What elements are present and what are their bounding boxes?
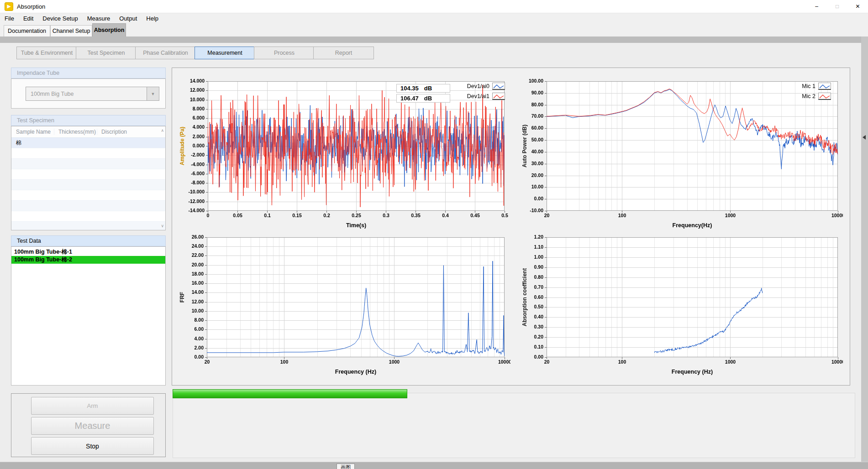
level-indicator-ai1: 106.47 dB <box>396 94 450 103</box>
tab-absorption[interactable]: Absorption <box>92 23 126 36</box>
zigzag-line-icon <box>820 85 830 88</box>
table-row[interactable] <box>11 190 165 201</box>
app-icon: ▶ <box>5 2 13 11</box>
time-waveform-chart <box>175 76 510 234</box>
legend-swatch-mic2[interactable] <box>818 93 831 100</box>
chevron-down-icon[interactable]: ▼ <box>147 87 159 100</box>
test-specimen-header: Test Specimen <box>11 115 166 126</box>
list-item-selected[interactable]: 100mm Big Tube-棉-2 <box>11 256 165 264</box>
table-row[interactable]: 棉 <box>11 138 165 148</box>
legend-label-dev1ai1: Dev1/ai1 <box>457 93 489 99</box>
panel-collapse-icon[interactable] <box>863 135 866 140</box>
absorption-app-window: { "window": { "title": "Absorption", "co… <box>0 0 868 469</box>
col-discription: Discription <box>97 129 165 135</box>
table-row[interactable] <box>11 159 165 169</box>
table-row[interactable] <box>11 211 165 222</box>
subtab-measurement[interactable]: Measurement <box>195 47 255 59</box>
frf-chart <box>175 232 510 378</box>
test-data-list: 100mm Big Tube-棉-1 100mm Big Tube-棉-2 <box>11 246 166 386</box>
zigzag-line-icon <box>494 85 504 88</box>
legend-swatch-dev1ai0[interactable] <box>492 83 505 90</box>
menu-measure[interactable]: Measure <box>83 15 115 22</box>
arm-button[interactable]: Arm <box>31 397 154 415</box>
stop-button[interactable]: Stop <box>31 437 154 455</box>
legend-swatch-dev1ai1[interactable] <box>492 93 505 100</box>
level-unit: dB <box>424 85 432 92</box>
subtab-report[interactable]: Report <box>313 47 374 59</box>
menu-file[interactable]: File <box>0 15 19 22</box>
minimize-button[interactable]: – <box>806 0 827 13</box>
col-sample-name: Sample Name <box>11 129 54 135</box>
table-row[interactable] <box>11 201 165 211</box>
status-panel <box>173 393 855 458</box>
close-button[interactable]: ✕ <box>847 0 868 13</box>
level-indicator-ai0: 104.35 dB <box>396 84 450 93</box>
test-data-header: Test Data <box>11 235 166 246</box>
subtab-phase-calibration[interactable]: Phase Calibration <box>135 47 196 59</box>
level-value: 106.47 <box>400 95 419 102</box>
legend-swatch-mic1[interactable] <box>818 83 831 90</box>
tab-page-edge <box>0 36 868 43</box>
measurement-progress-bar <box>173 389 407 398</box>
table-row[interactable] <box>11 148 165 159</box>
impedance-tube-dropdown-value: 100mm Big Tube <box>26 91 147 97</box>
table-row[interactable] <box>11 169 165 180</box>
table-row[interactable] <box>11 222 165 230</box>
measure-button-group: Arm Measure Stop <box>11 393 166 457</box>
auto-power-chart <box>518 76 843 234</box>
cell-sample-name: 棉 <box>11 139 54 147</box>
tab-documentation[interactable]: Documentation <box>4 25 50 36</box>
table-header-row: Sample Name Thickness(mm) Discription <box>11 126 165 138</box>
col-thickness: Thickness(mm) <box>54 129 97 135</box>
subtab-process[interactable]: Process <box>254 47 315 59</box>
measure-button[interactable]: Measure <box>31 417 154 435</box>
menu-help[interactable]: Help <box>142 15 163 22</box>
impedance-tube-dropdown[interactable]: 100mm Big Tube ▼ <box>26 87 159 101</box>
scroll-down-icon[interactable]: ∨ <box>161 224 164 228</box>
impedance-tube-header: Impendace Tube <box>11 68 166 78</box>
zigzag-line-icon <box>820 95 830 98</box>
legend-label-mic2: Mic 2 <box>784 93 815 99</box>
subtab-test-specimen[interactable]: Test Specimen <box>76 47 137 59</box>
subtab-tube-environment[interactable]: Tube & Environment <box>16 47 77 59</box>
scroll-up-icon[interactable]: ∧ <box>161 128 164 133</box>
window-title: Absorption <box>17 3 45 10</box>
main-tab-strip: Documentation Channel Setup Absorption <box>0 23 868 36</box>
title-bar: ▶ Absorption – □ ✕ <box>0 0 868 13</box>
menu-device-setup[interactable]: Device Setup <box>38 15 82 22</box>
menu-output[interactable]: Output <box>115 15 142 22</box>
menu-edit[interactable]: Edit <box>19 15 38 22</box>
maximize-button[interactable]: □ <box>827 0 847 13</box>
menu-bar: File Edit Device Setup Measure Output He… <box>0 13 868 23</box>
test-specimen-table: Sample Name Thickness(mm) Discription 棉 … <box>11 126 166 230</box>
legend-label-mic1: Mic 1 <box>784 83 815 89</box>
background-window-strip <box>0 462 868 469</box>
absorption-coefficient-chart <box>518 232 843 378</box>
zigzag-line-icon <box>494 95 504 98</box>
tab-channel-setup[interactable]: Channel Setup <box>50 25 92 36</box>
right-edge-strip <box>861 36 868 462</box>
level-unit: dB <box>424 95 432 102</box>
list-item[interactable]: 100mm Big Tube-棉-1 <box>11 248 165 256</box>
background-window-tab[interactable]: 画图 <box>337 464 355 469</box>
table-row[interactable] <box>11 180 165 190</box>
level-value: 104.35 <box>400 85 419 92</box>
legend-label-dev1ai0: Dev1/ai0 <box>457 83 489 89</box>
